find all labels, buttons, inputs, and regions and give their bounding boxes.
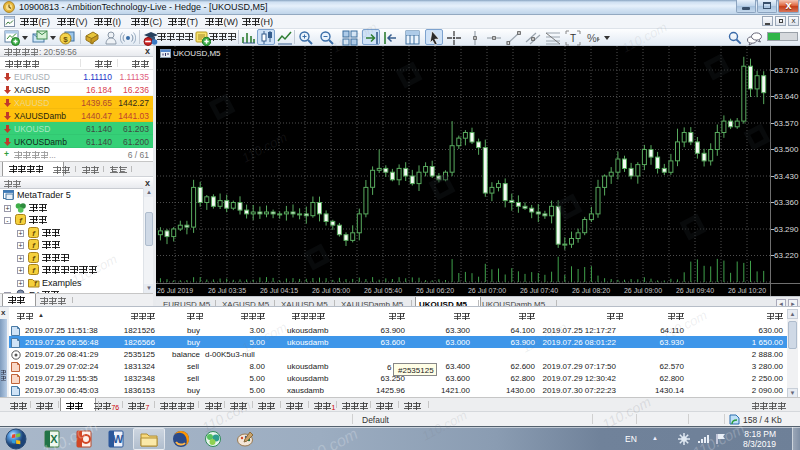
svg-text:%: % <box>587 32 597 44</box>
svg-text:W: W <box>113 433 124 445</box>
svg-text:T: T <box>570 33 576 44</box>
svg-text:$: $ <box>63 35 68 44</box>
